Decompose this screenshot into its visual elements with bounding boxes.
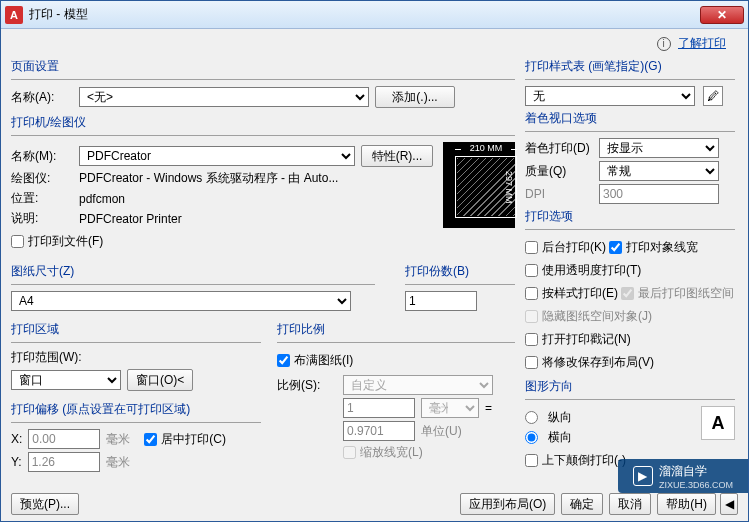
desc-value: PDFCreator Printer bbox=[79, 212, 182, 226]
page-name-label: 名称(A): bbox=[11, 89, 73, 106]
orientation-title: 图形方向 bbox=[525, 378, 735, 395]
scale-select: 自定义 bbox=[343, 375, 493, 395]
print-to-file-label: 打印到文件(F) bbox=[28, 233, 103, 250]
add-page-setup-button[interactable]: 添加(.)... bbox=[375, 86, 455, 108]
close-button[interactable]: ✕ bbox=[700, 6, 744, 24]
opt-paperspace-last-checkbox bbox=[621, 287, 634, 300]
watermark: ▶ 溜溜自学 ZIXUE.3D66.COM bbox=[618, 459, 748, 493]
opt-hide-ps-objects-checkbox bbox=[525, 310, 538, 323]
scale-den-unit: 单位(U) bbox=[421, 423, 462, 440]
scale-lineweights-label: 缩放线宽(L) bbox=[360, 444, 423, 461]
printer-title: 打印机/绘图仪 bbox=[11, 114, 515, 131]
scale-den-input bbox=[343, 421, 415, 441]
quality-select[interactable]: 常规 bbox=[599, 161, 719, 181]
learn-print-link[interactable]: 了解打印 bbox=[678, 36, 726, 50]
style-table-title: 打印样式表 (画笔指定)(G) bbox=[525, 58, 735, 75]
style-table-select[interactable]: 无 bbox=[525, 86, 695, 106]
where-label: 位置: bbox=[11, 190, 73, 207]
equals-label: = bbox=[485, 401, 492, 415]
fit-to-paper-label: 布满图纸(I) bbox=[294, 352, 353, 369]
plotter-value: PDFCreator - Windows 系统驱动程序 - 由 Auto... bbox=[79, 170, 338, 187]
plot-range-select[interactable]: 窗口 bbox=[11, 370, 121, 390]
print-to-file-checkbox[interactable] bbox=[11, 235, 24, 248]
dpi-input bbox=[599, 184, 719, 204]
ok-button[interactable]: 确定 bbox=[561, 493, 603, 515]
scale-num-input bbox=[343, 398, 415, 418]
print-dialog: A 打印 - 模型 ✕ i 了解打印 页面设置 名称(A): <无> 添加(.)… bbox=[0, 0, 749, 522]
shaded-title: 着色视口选项 bbox=[525, 110, 735, 127]
opt-plot-stamp-checkbox[interactable] bbox=[525, 333, 538, 346]
opt-save-layout-checkbox[interactable] bbox=[525, 356, 538, 369]
cancel-button[interactable]: 取消 bbox=[609, 493, 651, 515]
opt-transparency-checkbox[interactable] bbox=[525, 264, 538, 277]
desc-label: 说明: bbox=[11, 210, 73, 227]
scale-lineweights-checkbox bbox=[343, 446, 356, 459]
center-plot-checkbox[interactable] bbox=[144, 433, 157, 446]
shade-plot-select[interactable]: 按显示 bbox=[599, 138, 719, 158]
window-title: 打印 - 模型 bbox=[29, 6, 700, 23]
expand-collapse-button[interactable]: ◀ bbox=[720, 493, 738, 515]
scale-label: 比例(S): bbox=[277, 377, 337, 394]
fit-to-paper-checkbox[interactable] bbox=[277, 354, 290, 367]
offset-x-unit: 毫米 bbox=[106, 431, 130, 448]
info-icon: i bbox=[657, 37, 671, 51]
offset-x-input bbox=[28, 429, 100, 449]
style-table-edit-button[interactable]: 🖉 bbox=[703, 86, 723, 106]
printer-name-label: 名称(M): bbox=[11, 148, 73, 165]
window-pick-button[interactable]: 窗口(O)< bbox=[127, 369, 193, 391]
plotter-label: 绘图仪: bbox=[11, 170, 73, 187]
preview-width-label: 210 MM bbox=[455, 143, 517, 153]
printer-props-button[interactable]: 特性(R)... bbox=[361, 145, 433, 167]
help-button[interactable]: 帮助(H) bbox=[657, 493, 716, 515]
plot-range-label: 打印范围(W): bbox=[11, 349, 261, 366]
opt-background-checkbox[interactable] bbox=[525, 241, 538, 254]
printer-name-select[interactable]: PDFCreator bbox=[79, 146, 355, 166]
offset-y-label: Y: bbox=[11, 455, 22, 469]
copies-input[interactable] bbox=[405, 291, 477, 311]
center-plot-label: 居中打印(C) bbox=[161, 431, 226, 448]
offset-y-unit: 毫米 bbox=[106, 454, 130, 471]
apply-layout-button[interactable]: 应用到布局(O) bbox=[460, 493, 555, 515]
scale-title: 打印比例 bbox=[277, 321, 515, 338]
play-icon: ▶ bbox=[633, 466, 653, 486]
orientation-icon: A bbox=[701, 406, 735, 440]
dpi-label: DPI bbox=[525, 187, 593, 201]
orient-portrait-radio[interactable] bbox=[525, 411, 538, 424]
opt-styles-checkbox[interactable] bbox=[525, 287, 538, 300]
quality-label: 质量(Q) bbox=[525, 163, 593, 180]
paper-size-title: 图纸尺寸(Z) bbox=[11, 263, 375, 280]
plot-options-title: 打印选项 bbox=[525, 208, 735, 225]
titlebar: A 打印 - 模型 ✕ bbox=[1, 1, 748, 29]
plot-area-title: 打印区域 bbox=[11, 321, 261, 338]
orient-upside-checkbox[interactable] bbox=[525, 454, 538, 467]
opt-lineweights-checkbox[interactable] bbox=[609, 241, 622, 254]
page-name-select[interactable]: <无> bbox=[79, 87, 369, 107]
offset-title: 打印偏移 (原点设置在可打印区域) bbox=[11, 401, 261, 418]
preview-button[interactable]: 预览(P)... bbox=[11, 493, 79, 515]
scale-num-unit: 毫米 bbox=[421, 398, 479, 418]
app-icon: A bbox=[5, 6, 23, 24]
offset-y-input bbox=[28, 452, 100, 472]
paper-preview: 210 MM 297 MM bbox=[443, 142, 515, 228]
offset-x-label: X: bbox=[11, 432, 22, 446]
preview-height-label: 297 MM bbox=[502, 156, 514, 218]
paper-size-select[interactable]: A4 bbox=[11, 291, 351, 311]
shade-plot-label: 着色打印(D) bbox=[525, 140, 593, 157]
orient-landscape-radio[interactable] bbox=[525, 431, 538, 444]
where-value: pdfcmon bbox=[79, 192, 125, 206]
copies-title: 打印份数(B) bbox=[405, 263, 515, 280]
page-setup-title: 页面设置 bbox=[11, 58, 515, 75]
